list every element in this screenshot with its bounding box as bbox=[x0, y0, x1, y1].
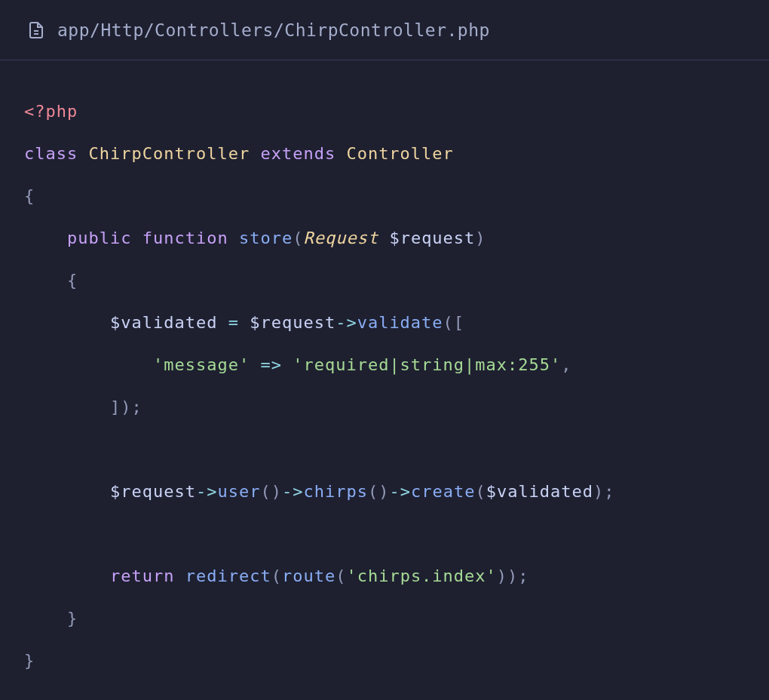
code-line bbox=[24, 513, 745, 555]
file-icon bbox=[27, 21, 45, 39]
code-line: ]); bbox=[24, 386, 745, 428]
code-line bbox=[24, 428, 745, 471]
code-line: 'message' => 'required|string|max:255', bbox=[24, 344, 745, 386]
code-line: class ChirpController extends Controller bbox=[24, 133, 745, 175]
code-editor[interactable]: <?php class ChirpController extends Cont… bbox=[0, 60, 769, 700]
code-line: } bbox=[24, 640, 745, 682]
code-line: { bbox=[24, 259, 745, 302]
file-header: app/Http/Controllers/ChirpController.php bbox=[0, 0, 769, 60]
code-line: public function store(Request $request) bbox=[24, 217, 745, 259]
code-line: return redirect(route('chirps.index')); bbox=[24, 555, 745, 597]
code-line: $request->user()->chirps()->create($vali… bbox=[24, 471, 745, 513]
file-path: app/Http/Controllers/ChirpController.php bbox=[57, 20, 490, 40]
code-line: $validated = $request->validate([ bbox=[24, 302, 745, 344]
code-line: <?php bbox=[24, 91, 745, 133]
code-line: { bbox=[24, 175, 745, 217]
code-line: } bbox=[24, 597, 745, 640]
